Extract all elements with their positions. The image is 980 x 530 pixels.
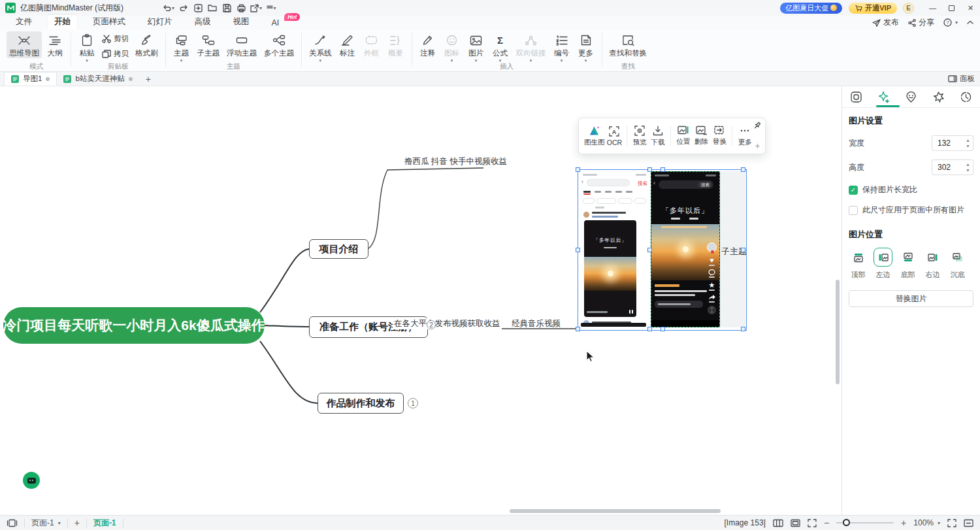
customize-caret-icon[interactable]: ▾ [274,5,276,11]
storyboard-view-icon[interactable] [791,519,800,527]
help-button[interactable]: ? ▾ [943,18,958,27]
tab-history-icon[interactable] [953,86,980,107]
sparkle-icon[interactable] [755,143,760,149]
subtopic-label-platforms[interactable]: 撸西瓜 抖音 快手中视频收益 [404,156,507,167]
paste-button[interactable]: 粘贴 ▾ [76,31,98,62]
copy-button[interactable]: 拷贝 [100,48,131,59]
multiple-topics-button[interactable]: 多个主题 [261,31,297,58]
ocr-button[interactable]: A OCR [606,126,623,146]
save-button[interactable] [220,2,233,14]
insert-picture-button[interactable]: 图片 ▾ [465,31,487,62]
tab-view[interactable]: 视图 [227,15,256,29]
central-topic-node[interactable]: 冷门项目每天听歌一小时月入6k傻瓜式操作 [3,307,265,344]
export-button[interactable]: ▾ [249,2,263,14]
ai-image-button[interactable]: 图生图 [584,125,605,147]
replace-image-button[interactable]: 替换图片 [849,290,973,307]
open-file-button[interactable] [206,2,219,14]
image-position-button[interactable]: 位置 [675,125,692,146]
ai-assistant-button[interactable] [23,472,40,489]
redo-button[interactable] [177,2,190,14]
apply-all-option[interactable]: 此尺寸应用于页面中所有图片 [849,205,973,216]
mindmap-mode-button[interactable]: 思维导图 [7,31,42,58]
zoom-in-button[interactable]: + [901,518,906,528]
height-stepper[interactable]: ▲▼ [932,159,973,175]
collapsed-count-badge[interactable]: 1 [408,398,418,408]
fit-view-icon[interactable] [808,519,817,527]
branch-node-intro[interactable]: 项目介绍 [309,239,368,259]
cut-button[interactable]: 剪切 [100,33,131,44]
zoom-slider[interactable] [836,522,894,523]
height-input[interactable] [932,163,960,172]
callout-button[interactable]: 标注 [336,31,359,58]
multi-page-view-icon[interactable] [773,519,783,527]
resize-handle[interactable] [576,167,580,172]
tab-advanced[interactable]: 高级 [188,15,218,29]
collapse-panel-icon[interactable] [964,519,973,527]
stepper-arrows-icon[interactable]: ▲▼ [966,137,970,149]
vertical-scrollbar[interactable] [836,280,840,384]
topic-button[interactable]: 主题 ▾ [171,31,193,62]
add-page-button[interactable]: + [74,518,80,528]
panel-toggle-button[interactable]: 面板 [948,74,975,84]
resize-handle[interactable] [647,248,652,252]
undo-caret-icon[interactable]: ▾ [172,5,174,11]
doc-tab-map1[interactable]: 导图1 [4,72,57,86]
pin-toolbar-button[interactable] [753,122,761,129]
position-sink-option[interactable]: 沉底 [948,248,967,280]
zoom-slider-knob[interactable] [843,519,850,526]
tab-slideshow[interactable]: 幻灯片 [141,15,179,29]
delete-image-button[interactable]: 删除 [693,125,710,146]
download-button[interactable]: 下载 [649,125,666,147]
export-caret-icon[interactable]: ▾ [259,5,262,11]
more-options-button[interactable]: 更多 [736,125,753,147]
resize-handle[interactable] [647,167,652,172]
resize-handle[interactable] [647,327,652,331]
page-overview-icon[interactable] [7,519,18,527]
tab-ai[interactable]: AI Hot [265,17,286,29]
resize-handle[interactable] [741,167,745,172]
page-dropdown[interactable]: 页面-1 ▾ [31,518,61,529]
checkbox-checked-icon[interactable]: ✓ [849,186,858,195]
branch-node-produce[interactable]: 作品制作和发布 [318,393,404,414]
publish-button[interactable]: 发布 [872,17,899,28]
position-right-option[interactable]: 右边 [923,248,942,280]
tab-magic-effects-icon[interactable] [870,86,897,107]
zoom-out-button[interactable]: − [824,518,829,528]
position-bottom-option[interactable]: 底部 [898,248,917,280]
resize-handle[interactable] [661,167,665,172]
resize-handle[interactable] [741,327,745,331]
resize-handle[interactable] [741,248,745,252]
tab-page-style[interactable]: 页面样式 [86,15,132,29]
floating-topic-button[interactable]: 浮动主题 [224,31,259,58]
close-button[interactable]: ✕ [961,0,980,16]
format-painter-button[interactable]: 格式刷 [133,31,161,58]
doc-tab-bilibili[interactable]: b站卖天涯神贴 [57,72,139,86]
width-input[interactable] [932,139,960,148]
fullscreen-icon[interactable] [947,519,956,527]
maximize-button[interactable] [942,0,961,16]
tab-file[interactable]: 文件 [9,15,39,29]
new-doc-tab-button[interactable]: + [139,74,157,84]
width-stepper[interactable]: ▲▼ [932,135,973,151]
page-tab-active[interactable]: 页面-1 [93,518,116,529]
numbering-button[interactable]: 编号 ▾ [551,31,573,62]
find-replace-button[interactable]: 查找和替换 [607,31,650,58]
new-document-button[interactable] [191,2,204,14]
position-top-option[interactable]: 顶部 [849,248,868,280]
checkbox-unchecked-icon[interactable] [849,206,858,215]
minimize-button[interactable]: — [923,0,942,16]
promo-badge[interactable]: 亿图夏日大促 [780,3,842,14]
horizontal-scrollbar[interactable] [510,509,721,513]
vip-button[interactable]: 开通VIP [849,3,897,14]
resize-handle[interactable] [576,248,580,252]
tab-sticker-icon[interactable] [897,86,924,107]
user-avatar[interactable]: E [903,3,914,14]
subtopic-label-classic-music[interactable]: 经典音乐视频 [512,318,561,329]
relationship-line-button[interactable]: 关系线 ▾ [306,31,335,62]
tab-theme-icon[interactable] [925,86,953,107]
mindmap-canvas[interactable]: 冷门项目每天听歌一小时月入6k傻瓜式操作 项目介绍 撸西瓜 抖音 快手中视频收益… [0,86,841,515]
share-button[interactable]: 分享 [908,17,934,28]
outline-mode-button[interactable]: 大纲 [44,31,66,58]
tab-home[interactable]: 开始 [48,15,77,29]
subtopic-label-publish[interactable]: 在各大平台发布视频获取收益 [393,318,502,329]
